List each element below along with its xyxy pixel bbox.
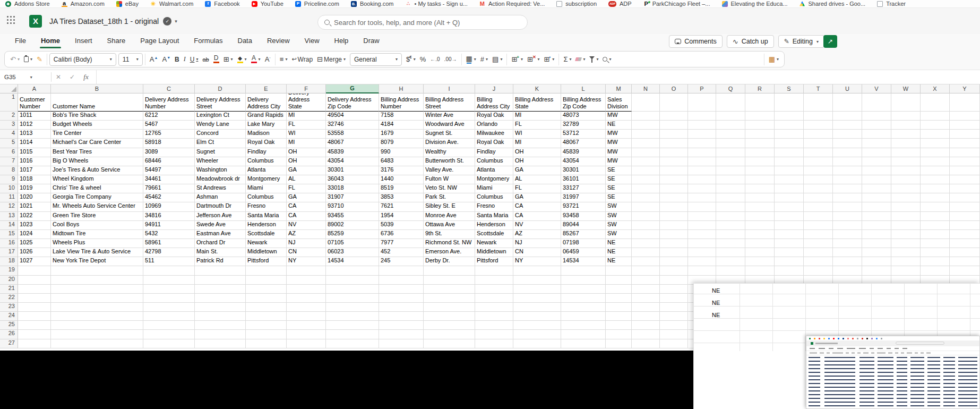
cell-E3[interactable]: Lake Mary (246, 121, 287, 130)
row-header-11[interactable]: 11 (0, 193, 18, 202)
cell-V10[interactable] (862, 184, 891, 193)
cell-K15[interactable]: AZ (513, 230, 561, 239)
cell-G12[interactable]: 93710 (326, 202, 379, 211)
row-header-25[interactable]: 25 (0, 321, 18, 330)
cell-L18[interactable]: 14534 (561, 257, 606, 266)
cell-J26[interactable] (475, 330, 513, 339)
row-header-23[interactable]: 23 (0, 303, 18, 312)
cell-A15[interactable]: 1024 (18, 230, 51, 239)
col-header-R[interactable]: R (745, 84, 775, 93)
cell-K26[interactable] (513, 330, 561, 339)
cell-R19[interactable] (745, 266, 775, 275)
underline-button[interactable]: U▾ (188, 53, 201, 66)
cell-G1[interactable]: Delivery Address Zip Code (326, 93, 379, 112)
cell-M4[interactable]: MW (606, 130, 632, 139)
cell-K21[interactable] (513, 285, 561, 294)
cell-C8[interactable]: 54497 (143, 166, 195, 175)
borders-button[interactable]: ⊞▾ (221, 53, 235, 66)
cell-K2[interactable]: MI (513, 112, 561, 121)
cell-B2[interactable]: Bob's Tire Shack (51, 112, 143, 121)
cell-G4[interactable]: 53558 (326, 130, 379, 139)
cell-W8[interactable] (891, 166, 921, 175)
cell-J24[interactable] (475, 312, 513, 321)
cell-G27[interactable] (326, 339, 379, 348)
cell-G8[interactable]: 30301 (326, 166, 379, 175)
cell-F5[interactable]: MI (287, 139, 326, 148)
cell-K1[interactable]: Billing Address State (513, 93, 561, 112)
cell-O16[interactable] (660, 239, 688, 248)
cell-S11[interactable] (775, 193, 804, 202)
strikethrough-button[interactable]: ab (200, 53, 211, 66)
cell-N12[interactable] (632, 202, 660, 211)
italic-button[interactable]: I (182, 53, 188, 66)
cell-A13[interactable]: 1022 (18, 212, 51, 221)
tab-home[interactable]: Home (33, 34, 67, 49)
cell-F1[interactable]: Delivery Address State (287, 93, 326, 112)
wrap-text-button[interactable]: ↩Wrap (289, 53, 315, 66)
cell-M13[interactable]: SW (606, 212, 632, 221)
cell-X7[interactable] (921, 157, 950, 166)
cell-C3[interactable]: 5467 (143, 121, 195, 130)
cell-D3[interactable]: Wendy Lane (195, 121, 246, 130)
cell-R14[interactable] (745, 221, 775, 230)
cell-E24[interactable] (246, 312, 287, 321)
cell-F6[interactable]: OH (287, 148, 326, 157)
cell-D10[interactable]: St Andrews (195, 184, 246, 193)
bookmark-subscription[interactable]: subscription (556, 1, 597, 7)
cell-P5[interactable] (688, 139, 716, 148)
cell-G23[interactable] (326, 303, 379, 312)
row-header-14[interactable]: 14 (0, 221, 18, 230)
cell-K16[interactable]: NJ (513, 239, 561, 248)
cell-H5[interactable]: 8079 (379, 139, 424, 148)
cell-J4[interactable]: Milwaukee (475, 130, 513, 139)
cell-L27[interactable] (561, 339, 606, 348)
cell-A17[interactable]: 1026 (18, 248, 51, 257)
cell-J22[interactable] (475, 294, 513, 303)
cell-U12[interactable] (833, 202, 862, 211)
cell-L1[interactable]: Billing Address Zip Code (561, 93, 606, 112)
cell-X1[interactable] (921, 93, 950, 112)
cell-O19[interactable] (660, 266, 688, 275)
row-header-19[interactable]: 19 (0, 266, 18, 275)
cell-X15[interactable] (921, 230, 950, 239)
cell-W17[interactable] (891, 248, 921, 257)
cell-B24[interactable] (51, 312, 143, 321)
cell-K25[interactable] (513, 321, 561, 330)
cell-W1[interactable] (891, 93, 921, 112)
col-header-Q[interactable]: Q (716, 84, 745, 93)
cell-S4[interactable] (775, 130, 804, 139)
autosum-button[interactable]: Σ▾ (561, 53, 573, 66)
cell-M1[interactable]: Sales Division (606, 93, 632, 112)
cell-H25[interactable] (379, 321, 424, 330)
col-header-C[interactable]: C (143, 84, 195, 93)
cell-F20[interactable] (287, 276, 326, 285)
cell-V18[interactable] (862, 257, 891, 266)
cell-J10[interactable]: Miami (475, 184, 513, 193)
row-header-22[interactable]: 22 (0, 294, 18, 303)
cell-V13[interactable] (862, 212, 891, 221)
cell-C16[interactable]: 58961 (143, 239, 195, 248)
cell-T7[interactable] (804, 157, 833, 166)
col-header-B[interactable]: B (51, 84, 143, 93)
bookmark-shared-drives-goo-[interactable]: Shared drives - Goo... (800, 1, 866, 7)
cell-W2[interactable] (891, 112, 921, 121)
cell-M5[interactable]: MW (606, 139, 632, 148)
cell-D6[interactable]: Sugnet (195, 148, 246, 157)
cell-G5[interactable]: 48067 (326, 139, 379, 148)
cell-Q10[interactable] (716, 184, 745, 193)
cell-Y19[interactable] (950, 266, 980, 275)
cell-S10[interactable] (775, 184, 804, 193)
cell-O7[interactable] (660, 157, 688, 166)
currency-format-button[interactable]: $€▾ (404, 53, 418, 66)
cell-V3[interactable] (862, 121, 891, 130)
cell-S14[interactable] (775, 221, 804, 230)
number-format-select[interactable]: General▾ (350, 53, 402, 66)
cell-B7[interactable]: Big O Wheels (51, 157, 143, 166)
cell-O17[interactable] (660, 248, 688, 257)
col-header-L[interactable]: L (561, 84, 606, 93)
cell-T1[interactable] (804, 93, 833, 112)
cell-H24[interactable] (379, 312, 424, 321)
cell-L17[interactable]: 06459 (561, 248, 606, 257)
cell-A11[interactable]: 1020 (18, 193, 51, 202)
cell-M2[interactable]: MW (606, 112, 632, 121)
